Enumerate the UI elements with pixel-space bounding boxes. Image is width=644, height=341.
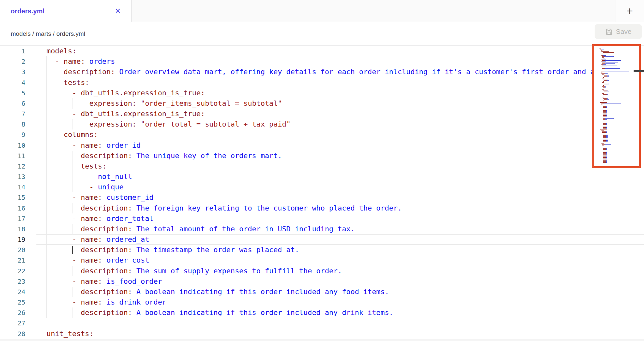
minimap-line: [603, 126, 638, 126]
minimap-line: [604, 76, 638, 77]
code-line[interactable]: 12 tests:: [0, 161, 644, 171]
minimap-line: [599, 133, 638, 133]
minimap-line: [603, 152, 638, 152]
minimap-line: [602, 118, 638, 118]
minimap-line: [603, 93, 638, 93]
minimap-line: [603, 85, 638, 86]
minimap-line: [602, 145, 638, 145]
code-line[interactable]: 23 - name: is_food_order: [0, 276, 644, 287]
close-icon[interactable]: ✕: [115, 7, 121, 15]
code-line[interactable]: 6 expression: "order_items_subtotal = su…: [0, 98, 644, 109]
minimap-line: [603, 142, 638, 142]
minimap-line: [602, 63, 638, 64]
line-number: 9: [0, 130, 25, 140]
new-tab-button[interactable]: +: [615, 0, 644, 22]
line-number: 26: [0, 307, 25, 318]
line-number: 23: [0, 276, 25, 287]
code-line[interactable]: 3 description: Order overview data mart,…: [0, 67, 644, 77]
tab-orders-yml[interactable]: orders.yml ✕: [0, 0, 132, 22]
code-text: - name: orders: [46, 56, 115, 67]
save-button[interactable]: Save: [595, 24, 642, 39]
code-line[interactable]: 17 - name: order_total: [0, 213, 644, 224]
code-text: expression: "order_total = subtotal + ta…: [46, 119, 290, 130]
minimap-line: [602, 62, 638, 62]
minimap-line: [603, 58, 638, 58]
code-text: - name: ordered_at: [46, 234, 149, 245]
minimap-line: [599, 102, 638, 102]
horizontal-scrollbar-track[interactable]: [0, 339, 644, 341]
code-line[interactable]: 1models:: [0, 46, 644, 56]
minimap-line: [604, 84, 638, 84]
minimap[interactable]: [592, 44, 641, 168]
minimap-line: [603, 115, 638, 116]
code-line[interactable]: 28unit_tests:: [0, 329, 644, 339]
minimap-line: [601, 103, 638, 103]
minimap-line: [603, 115, 638, 115]
code-editor[interactable]: 1models:2 - name: orders3 description: O…: [0, 46, 644, 341]
minimap-line: [603, 113, 638, 113]
line-number: 20: [0, 245, 25, 255]
minimap-line: [603, 94, 638, 95]
minimap-line: [601, 51, 638, 52]
minimap-line: [600, 102, 638, 102]
code-line[interactable]: 4 tests:: [0, 77, 644, 88]
minimap-line: [603, 153, 638, 154]
minimap-line: [602, 132, 638, 132]
code-text: - name: customer_id: [46, 192, 154, 203]
minimap-line: [603, 135, 638, 136]
code-text: description: The sum of supply expenses …: [46, 266, 342, 276]
minimap-line: [603, 90, 638, 90]
code-text: - dbt_utils.expression_is_true:: [46, 88, 205, 98]
code-line[interactable]: 7 - dbt_utils.expression_is_true:: [0, 109, 644, 119]
code-line[interactable]: 26 description: A boolean indicating if …: [0, 307, 644, 318]
minimap-line: [602, 82, 638, 82]
code-text: - name: order_cost: [46, 255, 149, 266]
code-line[interactable]: 8 expression: "order_total = subtotal + …: [0, 119, 644, 130]
code-text: - not_null: [46, 171, 132, 182]
code-line[interactable]: 13 - not_null: [0, 171, 644, 182]
minimap-line: [604, 95, 638, 95]
code-line[interactable]: 5 - dbt_utils.expression_is_true:: [0, 88, 644, 98]
line-number: 19: [0, 234, 25, 245]
minimap-line: [603, 121, 638, 121]
code-line[interactable]: 25 - name: is_drink_order: [0, 297, 644, 307]
code-text: tests:: [46, 77, 89, 88]
code-line[interactable]: 21 - name: order_cost: [0, 255, 644, 266]
code-line[interactable]: 20 description: The timestamp the order …: [0, 245, 644, 255]
minimap-line: [602, 57, 638, 57]
line-number: 4: [0, 77, 25, 88]
code-line[interactable]: 14 - unique: [0, 182, 644, 192]
minimap-line: [603, 139, 638, 139]
code-line[interactable]: 15 - name: customer_id: [0, 192, 644, 203]
minimap-line: [601, 50, 638, 51]
code-line[interactable]: 2 - name: orders: [0, 56, 644, 67]
minimap-line: [603, 98, 638, 99]
code-line[interactable]: 18 description: The total amount of the …: [0, 224, 644, 234]
line-number: 1: [0, 46, 25, 56]
line-number: 21: [0, 255, 25, 266]
code-line[interactable]: 16 description: The foreign key relating…: [0, 203, 644, 213]
minimap-line: [603, 119, 638, 120]
code-line[interactable]: 27: [0, 318, 644, 328]
code-line[interactable]: 9 columns:: [0, 130, 644, 140]
code-text: description: A boolean indicating if thi…: [46, 287, 389, 297]
minimap-line: [604, 96, 638, 96]
code-line[interactable]: 11 description: The unique key of the or…: [0, 151, 644, 161]
code-line[interactable]: 22 description: The sum of supply expens…: [0, 266, 644, 276]
minimap-line: [599, 146, 638, 146]
line-number: 7: [0, 109, 25, 119]
minimap-line: [603, 150, 638, 150]
minimap-scroll-marker[interactable]: [634, 70, 644, 72]
line-number: 17: [0, 213, 25, 224]
plus-icon: +: [626, 5, 633, 16]
minimap-line: [603, 148, 638, 148]
minimap-line: [603, 158, 638, 158]
code-line[interactable]: 24 description: A boolean indicating if …: [0, 287, 644, 297]
line-number: 22: [0, 266, 25, 276]
code-line[interactable]: 10 - name: order_id: [0, 140, 644, 151]
minimap-line: [603, 134, 638, 134]
minimap-line: [603, 77, 638, 77]
code-line[interactable]: 19 - name: ordered_at: [0, 234, 644, 245]
file-header-row: models / marts / orders.yml: [0, 22, 644, 46]
minimap-line: [599, 70, 638, 70]
